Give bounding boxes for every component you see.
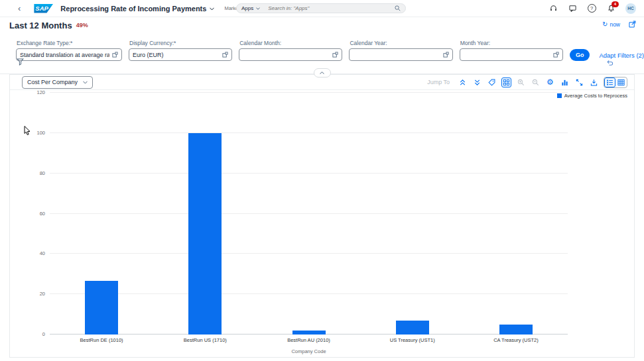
filter-field-display-currency: Display Currency:* Euro (EUR) [129,34,232,61]
value-help-icon[interactable] [222,52,228,58]
y-axis-tick-label: 40 [40,250,45,256]
calendar-year-input[interactable] [349,48,452,61]
bar-column [257,93,360,335]
refresh-label: now [610,21,620,28]
filter-label: Month Year: [460,40,563,46]
bar-5[interactable] [499,325,533,335]
filter-bar: Exchange Rate Type:* Standard translatio… [0,34,644,74]
filter-field-calendar-year: Calendar Year: [349,34,452,61]
y-axis-tick-label: 100 [36,130,45,136]
x-axis-label: BestRun DE (1010) [50,337,153,343]
value-help-icon[interactable] [443,52,449,58]
filter-field-calendar-month: Calendar Month: [239,34,342,61]
legend-toggle[interactable] [604,77,615,87]
value-help-icon[interactable] [112,52,118,58]
calendar-month-input[interactable] [239,48,342,61]
view-switch-group [604,77,627,88]
zoom-out-icon[interactable] [531,77,541,87]
chart-body: Average Costs to Reprocess Average Costs… [10,89,634,357]
bar-column [50,93,153,335]
month-year-input[interactable] [460,48,563,61]
zoom-in-icon[interactable] [516,77,526,87]
search-icon[interactable] [395,5,401,11]
filter-field-exchange-rate-type: Exchange Rate Type:* Standard translatio… [16,34,122,61]
app-title-text: Reprocessing Rate of Incoming Payments [60,5,206,13]
display-currency-input[interactable]: Euro (EUR) [129,48,232,61]
page-title: Last 12 Months [9,21,72,30]
drill-down-icon[interactable] [472,77,482,87]
y-axis-tick-label: 20 [40,291,45,297]
kpi-value: 49% [76,22,88,28]
chart-type-icon[interactable] [560,77,570,87]
filter-funnel-icon[interactable] [17,58,24,66]
chart-view-selector-label: Cost Per Company [27,79,78,85]
filter-label: Display Currency:* [129,40,232,46]
search-scope-select[interactable]: Apps [241,5,260,11]
collapse-header-button[interactable] [314,68,331,77]
sap-logo-text: SAP [35,5,48,12]
go-button[interactable]: Go [570,49,590,61]
download-icon[interactable] [589,77,599,87]
avatar[interactable]: HC [625,3,636,14]
filter-label: Calendar Year: [350,40,452,46]
chevron-down-icon [256,7,260,10]
bar-1[interactable] [85,281,118,335]
back-button[interactable]: ‹ [18,4,21,13]
shell-actions: ? 4 HC [548,0,636,17]
bar-column [153,93,257,335]
refresh-button[interactable]: ↻ now [602,21,620,28]
filter-fields: Exchange Rate Type:* Standard translatio… [0,34,644,61]
feedback-icon[interactable] [568,4,577,13]
app-screen: ‹ SAP Reprocessing Rate of Incoming Paym… [0,0,644,361]
restore-icon[interactable] [606,59,613,66]
bar-3[interactable] [292,331,326,335]
filter-field-month-year: Month Year: [460,34,563,61]
x-axis-label: BestRun AU (2010) [257,337,360,343]
jump-to-button[interactable]: Jump To [427,79,450,85]
search-input[interactable] [267,5,395,12]
table-view-toggle[interactable] [615,77,627,87]
bar-column [361,93,464,335]
x-axis-label: BestRun US (1710) [153,337,257,343]
y-axis-tick-label: 120 [36,89,45,95]
x-axis-label: CA Treasury (UST2) [464,337,568,343]
chevron-down-icon [83,81,88,84]
app-title-menu[interactable]: Reprocessing Rate of Incoming Payments [60,5,214,13]
help-icon[interactable]: ? [587,4,596,13]
notifications-bell-icon[interactable]: 4 [606,4,615,13]
value-help-icon[interactable] [332,52,338,58]
chevron-up-icon [320,72,324,74]
shell-search[interactable]: Apps [236,3,406,13]
y-axis-tick-label: 80 [40,170,45,176]
support-headset-icon[interactable] [548,4,558,13]
page-header: Last 12 Months 49% ↻ now [0,17,644,34]
sap-logo[interactable]: SAP [34,4,53,13]
drill-up-icon[interactable] [458,77,468,87]
bars-container [50,93,568,335]
bar-2[interactable] [188,133,222,335]
search-scope-label: Apps [241,5,253,11]
grid-view-toggle[interactable] [501,77,511,87]
x-axis-label: US Treasury (UST1) [361,337,464,343]
bar-column [464,93,568,335]
settings-gear-icon[interactable]: ⚙ [545,77,555,87]
drill-by-tag-icon[interactable] [487,77,497,87]
legend-label: Average Costs to Reprocess [564,93,627,99]
notification-badge: 4 [612,1,619,7]
exchange-rate-type-input[interactable]: Standard translation at average rate (M) [16,48,122,61]
chevron-down-icon [210,7,214,11]
bar-4[interactable] [396,321,429,335]
chart-view-selector[interactable]: Cost Per Company [22,76,93,89]
x-axis-title: Company Code [50,348,568,354]
filter-label: Calendar Month: [239,40,342,46]
y-axis-tick-label: 60 [40,211,45,217]
y-axis-tick-label: 0 [42,331,45,337]
chart-card: Cost Per Company Jump To [9,74,635,358]
plot-area: 020406080100120 [50,93,568,335]
value-help-icon[interactable] [553,52,559,58]
x-labels: BestRun DE (1010)BestRun US (1710)BestRu… [50,337,568,343]
fullscreen-icon[interactable] [574,77,584,87]
chart-toolbar-icons: ⚙ [458,77,627,88]
page-header-actions: ↻ now [602,21,636,28]
share-icon[interactable] [629,21,636,28]
